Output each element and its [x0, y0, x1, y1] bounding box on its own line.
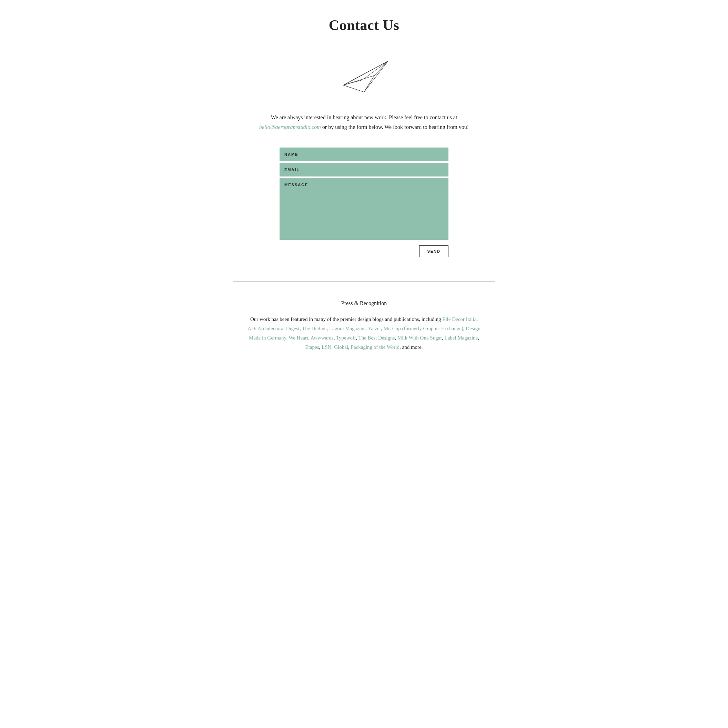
press-link-lsn[interactable]: LSN: Global [321, 344, 348, 350]
svg-marker-0 [343, 61, 388, 92]
svg-line-1 [343, 61, 388, 85]
message-textarea[interactable] [280, 178, 448, 240]
name-field-wrapper [280, 148, 448, 161]
contact-form: SEND [280, 148, 448, 257]
page-title: Contact Us [233, 14, 495, 37]
intro-text-before: We are always interested in hearing abou… [271, 115, 457, 120]
press-text: Our work has been featured in many of th… [247, 315, 481, 352]
intro-paragraph: We are always interested in hearing abou… [250, 113, 478, 132]
svg-line-3 [374, 61, 388, 75]
press-outro: , and more. [399, 344, 423, 350]
intro-text-after: or by using the form below. We look forw… [322, 124, 469, 130]
email-link[interactable]: hello@aerogramstudio.com [259, 124, 322, 130]
email-field-wrapper [280, 163, 448, 176]
press-link-typewolf[interactable]: Typewolf [336, 335, 356, 341]
press-intro: Our work has been featured in many of th… [250, 317, 441, 322]
press-link-mrcup[interactable]: Mr. Cup (formerly Graphic Exchange) [384, 326, 463, 331]
send-button[interactable]: SEND [419, 245, 448, 257]
svg-line-5 [362, 61, 388, 80]
paper-plane-icon [336, 54, 392, 95]
press-link-labelmagazine[interactable]: Label Magazine [444, 335, 478, 341]
svg-line-6 [343, 80, 362, 85]
svg-line-2 [364, 75, 374, 92]
name-input[interactable] [280, 148, 448, 161]
press-link-weheart[interactable]: We Heart [289, 335, 308, 341]
paper-plane-illustration [233, 54, 495, 95]
press-link-yatzer[interactable]: Yatzer [368, 326, 381, 331]
section-divider [233, 281, 495, 281]
press-link-elle-decor[interactable]: Elle Decor Italia [442, 317, 476, 322]
form-actions: SEND [280, 245, 448, 257]
footer-section: Press & Recognition Our work has been fe… [233, 299, 495, 352]
press-link-ad[interactable]: AD: Architectural Digest [248, 326, 300, 331]
message-field-wrapper [280, 178, 448, 240]
press-link-milkwithonesugar[interactable]: Milk With One Sugar [398, 335, 442, 341]
press-link-bestdesigns[interactable]: The Best Designs [358, 335, 395, 341]
page-wrapper: Contact Us We are always interested in h… [226, 0, 502, 373]
press-link-dieline[interactable]: The Dieline [302, 326, 326, 331]
press-link-awwwards[interactable]: Awwwards [310, 335, 334, 341]
press-link-packagingworld[interactable]: Packaging of the World [351, 344, 399, 350]
press-link-lagom[interactable]: Lagom Magazine [329, 326, 366, 331]
press-link-etapes[interactable]: Etapes [305, 344, 319, 350]
press-title: Press & Recognition [233, 299, 495, 308]
email-input[interactable] [280, 163, 448, 176]
